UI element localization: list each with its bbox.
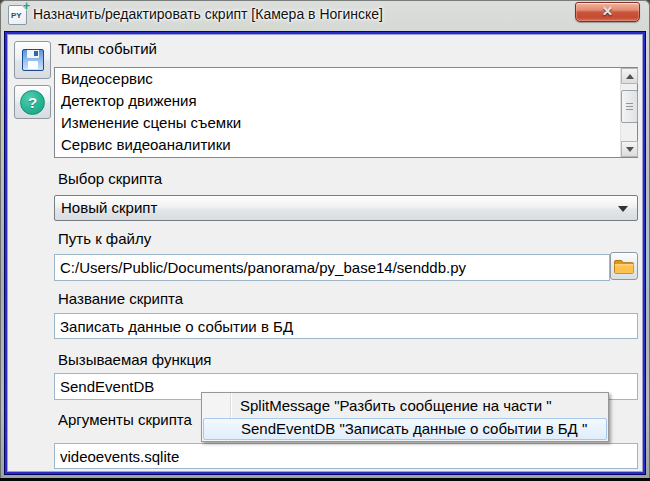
script-edit-dialog: ? Типы событий Видеосервис Детектор движ… [4,31,646,475]
save-button[interactable] [14,41,51,79]
floppy-label [28,61,38,69]
titlebar[interactable]: PY + Назначить/редактировать скрипт [Кам… [0,0,650,31]
combobox-value: Новый скрипт [61,196,157,220]
list-item[interactable]: Детектор движения [55,90,637,112]
app-window: PY + Назначить/редактировать скрипт [Кам… [0,0,650,481]
list-item[interactable]: Видеосервис [55,68,637,90]
event-types-label: Типы событий [58,40,157,57]
triangle-down-icon [626,147,634,152]
floppy-disk-icon [22,49,44,71]
plus-icon: + [23,0,30,13]
autocomplete-popup: SplitMessage "Разбить сообщение на части… [201,392,609,442]
script-select-label: Выбор скрипта [58,170,162,187]
question-mark-icon: ? [20,90,45,115]
triangle-up-icon [626,74,634,79]
script-name-label: Название скрипта [58,290,183,307]
scroll-up-button[interactable] [621,68,638,84]
vertical-scrollbar[interactable] [620,68,637,157]
dialog-client-area: ? Типы событий Видеосервис Детектор движ… [9,36,641,470]
script-name-input[interactable] [54,313,638,339]
file-path-input[interactable] [54,254,610,281]
function-label: Вызываемая функция [58,351,212,368]
list-item[interactable]: Изменение сцены съемки [55,112,637,134]
floppy-notch [34,51,38,56]
autocomplete-item[interactable]: SplitMessage "Разбить сообщение на части… [203,395,607,417]
autocomplete-item-selected[interactable]: SendEventDB "Записать данные о событии в… [203,418,607,440]
script-select-combobox[interactable]: Новый скрипт [54,195,638,221]
event-types-list[interactable]: Видеосервис Детектор движения Изменение … [54,67,638,158]
close-icon: ✕ [576,3,639,21]
window-title: Назначить/редактировать скрипт [Камера в… [33,0,383,29]
py-icon-text: PY [11,11,22,20]
chevron-down-icon [618,206,628,212]
folder-icon [614,258,634,274]
file-path-label: Путь к файлу [58,230,151,247]
close-button[interactable]: ✕ [575,2,640,22]
arguments-input[interactable] [54,443,638,469]
scrollbar-thumb[interactable] [621,90,638,123]
arguments-label: Аргументы скрипта [58,411,192,428]
py-script-app-icon: PY + [8,5,27,25]
list-item[interactable]: Сервис видеоаналитики [55,134,637,156]
help-button[interactable]: ? [14,85,51,119]
scroll-down-button[interactable] [621,141,638,157]
browse-folder-button[interactable] [610,252,638,280]
